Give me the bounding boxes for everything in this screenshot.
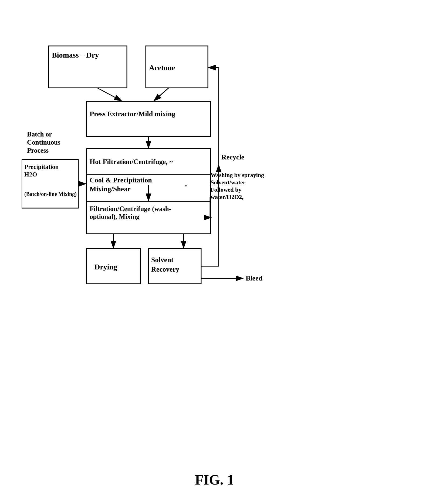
solvent-recovery-label2: Recovery xyxy=(151,265,179,273)
solvent-recovery-label1: Solvent xyxy=(151,256,174,264)
acetone-label: Acetone xyxy=(149,64,175,72)
hot-filtration-label: Hot Filtration/Centrifuge, ~ xyxy=(90,158,173,166)
precipitation-label2: H2O xyxy=(24,171,37,178)
precipitation-label3: (Batch/on-line Mixing) xyxy=(24,191,77,197)
arrow-acetone-to-press xyxy=(154,88,169,101)
diagram-container: Biomass – Dry Acetone Press Extractor/Mi… xyxy=(22,16,405,422)
figure-label: FIG. 1 xyxy=(195,472,234,488)
drying-label: Drying xyxy=(94,263,117,271)
filtration-centrifuge-label1: Filtration/Centrifuge (wash- xyxy=(90,205,171,213)
washing-label2: Solvent/water xyxy=(211,179,246,186)
biomass-dry-label: Biomass – Dry xyxy=(52,51,99,59)
dot-label: . xyxy=(185,179,187,188)
recycle-label: Recycle xyxy=(221,153,244,161)
cool-precipitation-label2: Mixing/Shear xyxy=(90,185,131,193)
press-extractor-label: Press Extractor/Mild mixing xyxy=(90,110,175,118)
washing-label3: Followed by xyxy=(211,186,241,193)
arrow-biomass-to-press xyxy=(97,88,121,101)
press-extractor-box xyxy=(86,101,211,136)
batch-continuous-label3: Process xyxy=(27,147,49,154)
filtration-centrifuge-label2: optional), Mixing xyxy=(90,213,140,221)
washing-label1: Washing by spraying xyxy=(211,172,264,178)
batch-continuous-label2: Continuous xyxy=(27,139,60,146)
bleed-label: Bleed xyxy=(246,274,263,282)
batch-continuous-label1: Batch or xyxy=(27,131,52,138)
washing-label4: water/H2O2, xyxy=(211,193,244,200)
precipitation-label1: Precipitation xyxy=(24,163,59,170)
cool-precipitation-label1: Cool & Precipitation xyxy=(90,176,152,184)
